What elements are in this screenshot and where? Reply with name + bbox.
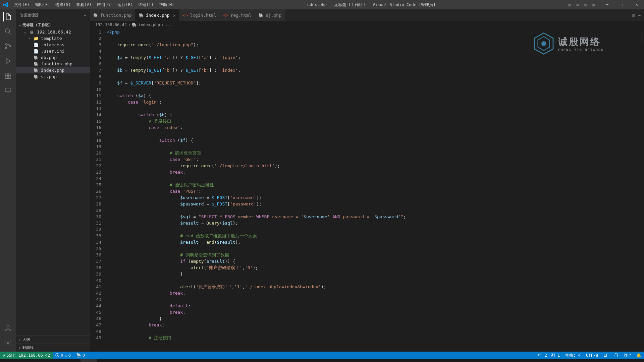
- customize-layout-icon[interactable]: ▦: [590, 1, 597, 8]
- explorer-sidebar: 资源管理器 ⋯ ⌄无标题 (工作区) ⌄🖥192.168.66.42 ›📁tem…: [16, 9, 90, 352]
- toggle-panel-icon[interactable]: ▭: [574, 1, 581, 8]
- chevron-down-icon: ⌄: [24, 30, 28, 34]
- menu-terminal[interactable]: 终端(T): [136, 2, 156, 8]
- windows-taskbar: 🔍 ⊞ 🟡 👤 ˄ ☁ 🛡 ᛒ 🌐 🔊 英 21:072023/6/2 💬: [0, 359, 644, 362]
- tree-item-index.php[interactable]: 🐘index.php: [16, 67, 90, 73]
- menu-bar: 文件(F) 编辑(E) 选择(S) 查看(V) 转到(G) 运行(R) 终端(T…: [11, 2, 177, 8]
- tab-function.php[interactable]: 🐘function.php: [90, 9, 136, 21]
- menu-help[interactable]: 帮助(H): [156, 2, 177, 8]
- sidebar-title: 资源管理器: [20, 13, 39, 18]
- start-button[interactable]: [0, 359, 16, 362]
- file-icon: 🐘: [34, 74, 39, 79]
- tab-actions: ▥ ⋯: [629, 9, 644, 21]
- ports-button[interactable]: 📡0: [73, 353, 88, 358]
- breadcrumb-root[interactable]: 192.168.66.42: [95, 22, 127, 27]
- run-debug-icon[interactable]: [3, 56, 13, 66]
- minimap[interactable]: ▬▬▬▬▬▬▬▬▬▬▬▬▬▬▬▬▬▬▬▬▬▬▬▬▬▬▬▬▬▬▬▬▬▬▬▬▬▬▬▬…: [614, 28, 644, 352]
- editor-tabs: 🐘function.php🐘index.php×<>login.html<>re…: [90, 9, 644, 21]
- file-icon: 🐘: [34, 62, 39, 66]
- breadcrumb[interactable]: 192.168.66.42› 🐘index.php› ...: [90, 21, 644, 28]
- menu-file[interactable]: 文件(F): [11, 2, 32, 8]
- editor: 🐘function.php🐘index.php×<>login.html<>re…: [90, 9, 644, 352]
- menu-view[interactable]: 查看(V): [73, 2, 94, 8]
- toggle-primary-sidebar-icon[interactable]: ▥: [566, 1, 573, 8]
- server-icon: 🖥: [30, 30, 35, 35]
- toggle-secondary-sidebar-icon[interactable]: ▥: [582, 1, 589, 8]
- problems-button[interactable]: ⓧ0⚠0: [53, 353, 73, 358]
- menu-goto[interactable]: 转到(G): [94, 2, 115, 8]
- tree-item-.user.ini[interactable]: 📄.user.ini: [16, 48, 90, 54]
- window-controls: ─ ☐ ✕: [600, 0, 644, 9]
- tree-item-function.php[interactable]: 🐘function.php: [16, 61, 90, 67]
- extensions-icon[interactable]: [3, 71, 13, 80]
- settings-gear-icon[interactable]: [3, 338, 13, 348]
- accounts-icon[interactable]: [3, 323, 13, 333]
- chevron-right-icon: ›: [19, 338, 21, 342]
- radio-icon: 📡: [76, 353, 81, 358]
- php-icon: 🐘: [132, 22, 137, 27]
- php-icon: 🐘: [139, 13, 144, 18]
- svg-point-1: [5, 44, 7, 45]
- eol[interactable]: LF: [601, 353, 611, 358]
- workspace-section[interactable]: ⌄无标题 (工作区): [16, 22, 90, 28]
- tab-index.php[interactable]: 🐘index.php×: [136, 9, 179, 21]
- timeline-section[interactable]: ›时间线: [16, 344, 90, 352]
- file-icon: 📄: [34, 49, 39, 54]
- vscode-taskbar-icon[interactable]: [80, 359, 97, 362]
- chevron-right-icon: ›: [128, 22, 130, 27]
- close-tab-icon[interactable]: ×: [173, 13, 175, 18]
- remote-explorer-icon[interactable]: [3, 86, 13, 95]
- notifications-icon[interactable]: 🔔: [634, 353, 644, 358]
- html-icon: <>: [183, 13, 188, 18]
- outline-section[interactable]: ›大纲: [16, 336, 90, 344]
- split-editor-icon[interactable]: ▥: [633, 13, 635, 18]
- code-area[interactable]: 1234567891011121314151617181920212223242…: [90, 28, 644, 352]
- minimize-icon[interactable]: ─: [600, 0, 614, 9]
- svg-rect-7: [8, 73, 11, 75]
- maximize-icon[interactable]: ☐: [614, 0, 629, 9]
- code-content[interactable]: <?php require_once("./function.php"); $a…: [107, 28, 614, 352]
- tab-reg.html[interactable]: <>reg.html: [220, 9, 255, 21]
- chevron-right-icon: ›: [28, 37, 32, 40]
- app-icon[interactable]: 🟡: [64, 359, 80, 362]
- tab-login.html[interactable]: <>login.html: [179, 9, 220, 21]
- breadcrumb-symbol[interactable]: ...: [165, 22, 172, 27]
- menu-run[interactable]: 运行(R): [115, 2, 136, 8]
- search-button[interactable]: 🔍: [16, 359, 32, 362]
- chrome-icon[interactable]: [48, 359, 64, 362]
- tree-root[interactable]: ⌄🖥192.168.66.42: [16, 29, 90, 35]
- close-icon[interactable]: ✕: [629, 0, 644, 9]
- tree-item-.htaccess[interactable]: 📄.htaccess: [16, 42, 90, 48]
- html-icon: <>: [223, 13, 229, 18]
- source-control-icon[interactable]: [3, 42, 13, 51]
- tab-sj.php[interactable]: 🐘sj.php: [255, 9, 285, 21]
- tree-item-template[interactable]: ›📁template: [16, 35, 90, 42]
- menu-edit[interactable]: 编辑(E): [32, 2, 53, 8]
- layout-controls: ▥ ▭ ▥ ▦: [564, 1, 600, 8]
- menu-select[interactable]: 选择(S): [53, 2, 73, 8]
- breadcrumb-file[interactable]: index.php: [138, 22, 160, 27]
- activity-bar: [0, 9, 16, 352]
- file-icon: 🐘: [34, 68, 39, 73]
- cursor-position[interactable]: 行 2，列 1: [535, 353, 562, 358]
- explorer-icon[interactable]: [3, 12, 12, 21]
- svg-point-0: [5, 29, 10, 33]
- indentation[interactable]: 空格: 4: [562, 353, 583, 358]
- vscode-logo-icon: [0, 2, 11, 7]
- sidebar-more-icon[interactable]: ⋯: [84, 13, 86, 17]
- remote-icon: ⇄: [3, 353, 5, 358]
- search-icon[interactable]: [3, 27, 13, 36]
- svg-rect-6: [8, 76, 11, 78]
- minimap-content: ▬▬▬▬▬▬▬▬▬▬▬▬▬▬▬▬▬▬▬▬▬▬▬▬▬▬▬▬▬▬▬▬▬▬▬▬▬▬▬▬…: [641, 30, 643, 43]
- line-gutter: 1234567891011121314151617181920212223242…: [90, 28, 107, 352]
- statusbar: ⇄SSH: 192.168.66.42 ⓧ0⚠0 📡0 行 2，列 1 空格: …: [0, 352, 644, 359]
- tree-item-sj.php[interactable]: 🐘sj.php: [16, 73, 90, 80]
- svg-rect-4: [5, 73, 8, 75]
- language-mode[interactable]: {} PHP: [611, 353, 634, 358]
- tree-item-db.php[interactable]: 🐘db.php: [16, 54, 90, 61]
- remote-indicator[interactable]: ⇄SSH: 192.168.66.42: [0, 352, 53, 359]
- task-view-button[interactable]: ⊞: [32, 359, 48, 362]
- encoding[interactable]: UTF-8: [583, 353, 601, 358]
- more-actions-icon[interactable]: ⋯: [638, 13, 641, 18]
- folder-icon: 📁: [34, 36, 39, 41]
